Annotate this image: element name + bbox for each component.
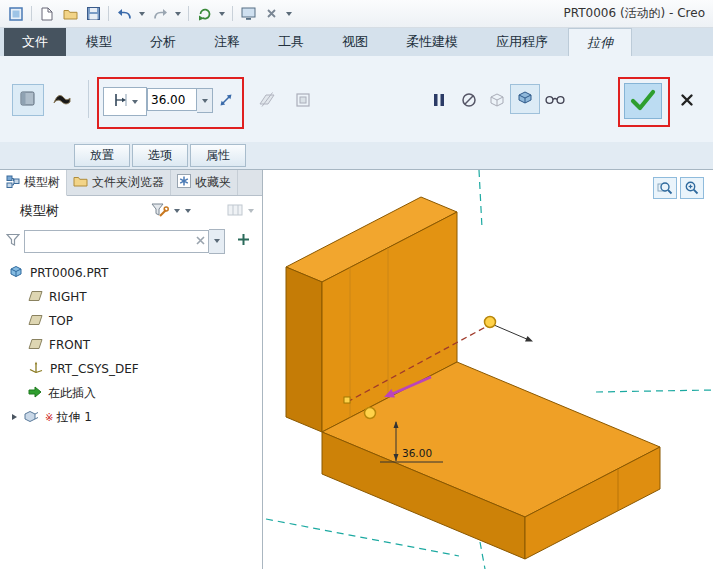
ribbon-tab-bar: 文件 模型 分析 注释 工具 视图 柔性建模 应用程序 拉伸 — [0, 28, 713, 56]
ok-button[interactable] — [624, 83, 662, 119]
tab-tools[interactable]: 工具 — [260, 28, 322, 56]
model-tree: PRT0006.PRT RIGHT TOP — [0, 256, 262, 569]
verify-button[interactable] — [542, 90, 568, 110]
tab-options[interactable]: 选项 — [132, 144, 188, 167]
attached-preview-button[interactable] — [510, 84, 540, 114]
chevron-down-icon[interactable] — [248, 209, 254, 213]
unattached-preview-button[interactable] — [484, 88, 510, 114]
separator — [188, 6, 189, 21]
add-filter-icon[interactable] — [237, 233, 250, 249]
depth-dimension-value[interactable]: 36.00 — [402, 447, 432, 459]
magnifier-plus-icon — [684, 180, 700, 196]
navigator-tab-bar: 模型树 文件夹浏览器 收藏夹 — [0, 170, 262, 196]
search-options-dropdown[interactable] — [209, 229, 225, 254]
tree-item-label: TOP — [49, 314, 73, 328]
tab-model[interactable]: 模型 — [68, 28, 130, 56]
tree-filters-icon[interactable] — [151, 202, 169, 221]
extruded-model[interactable] — [286, 197, 660, 559]
tab-extrude[interactable]: 拉伸 — [568, 28, 632, 56]
tree-item-front-plane[interactable]: FRONT — [0, 333, 262, 357]
redo-chevron-icon[interactable] — [175, 12, 181, 16]
geometry-preview-icon — [517, 90, 533, 108]
tree-item-label: FRONT — [49, 338, 90, 352]
tree-item-label: RIGHT — [49, 290, 87, 304]
solid-icon — [19, 90, 37, 111]
tab-properties[interactable]: 属性 — [190, 144, 246, 167]
wireframe-preview-icon — [488, 92, 506, 111]
filter-funnel-icon[interactable] — [6, 233, 20, 249]
tab-flexible-modeling[interactable]: 柔性建模 — [388, 28, 476, 56]
extrude-feature-icon — [23, 408, 39, 426]
remove-material-icon — [258, 92, 276, 111]
regenerate-icon[interactable] — [196, 6, 212, 22]
separator — [232, 6, 233, 21]
erase-display-icon[interactable] — [263, 6, 279, 22]
folder-icon — [73, 175, 88, 190]
tab-analysis[interactable]: 分析 — [132, 28, 194, 56]
undo-chevron-icon[interactable] — [139, 12, 145, 16]
tree-item-top-plane[interactable]: TOP — [0, 309, 262, 333]
app-icon — [8, 6, 24, 22]
regenerate-chevron-icon[interactable] — [219, 12, 225, 16]
favorites-icon — [177, 174, 191, 191]
depth-value-input[interactable] — [147, 88, 197, 111]
remove-material-button[interactable] — [252, 87, 282, 116]
depth-option-dropdown[interactable] — [103, 87, 147, 116]
tree-search-input[interactable] — [28, 233, 196, 249]
new-file-icon[interactable] — [39, 6, 55, 22]
wall-left-face[interactable] — [286, 267, 322, 432]
datum-plane-icon — [28, 290, 43, 305]
thicken-sketch-button[interactable] — [288, 87, 318, 116]
chevron-down-icon[interactable] — [174, 209, 180, 213]
open-file-icon[interactable] — [62, 6, 78, 22]
window-display-icon[interactable] — [240, 6, 256, 22]
origin-drag-handle[interactable] — [365, 408, 376, 419]
no-preview-button[interactable] — [456, 88, 482, 114]
flip-direction-button[interactable] — [211, 87, 240, 116]
tab-label: 文件夹浏览器 — [92, 174, 164, 191]
tree-item-insert-here[interactable]: 在此插入 — [0, 381, 262, 405]
tree-item-label: PRT0006.PRT — [30, 266, 108, 280]
graphics-viewport[interactable]: 36.00 — [263, 170, 713, 569]
tree-item-extrude-1[interactable]: ※ 拉伸 1 — [0, 405, 262, 429]
depth-drag-handle[interactable] — [485, 317, 496, 328]
flip-arrows-icon — [218, 92, 234, 111]
coordinate-system-icon — [28, 361, 44, 378]
tab-placement[interactable]: 放置 — [74, 144, 130, 167]
tab-annotate[interactable]: 注释 — [196, 28, 258, 56]
checkmark-icon — [629, 88, 657, 115]
tree-item-right-plane[interactable]: RIGHT — [0, 285, 262, 309]
tab-model-tree[interactable]: 模型树 — [0, 170, 67, 196]
tab-folder-browser[interactable]: 文件夹浏览器 — [67, 170, 171, 195]
zoom-window-button[interactable] — [653, 177, 677, 199]
redo-icon[interactable] — [152, 6, 168, 22]
model-tree-title: 模型树 — [20, 202, 59, 220]
save-icon[interactable] — [85, 6, 101, 22]
tab-favorites[interactable]: 收藏夹 — [171, 170, 238, 195]
navigator-panel: 模型树 文件夹浏览器 收藏夹 模型树 — [0, 170, 263, 569]
axis-end-handle[interactable] — [344, 397, 350, 403]
magnifier-icon — [657, 180, 673, 196]
expander-icon[interactable] — [12, 414, 17, 420]
model-tree-icon — [6, 175, 20, 191]
tab-view[interactable]: 视图 — [324, 28, 386, 56]
clear-search-icon[interactable] — [196, 234, 205, 248]
toolbar-options-chevron-icon[interactable] — [286, 12, 292, 16]
chevron-down-icon[interactable] — [185, 209, 191, 213]
tree-columns-icon[interactable] — [227, 203, 243, 220]
tab-applications[interactable]: 应用程序 — [478, 28, 566, 56]
surface-extrude-button[interactable] — [48, 86, 76, 114]
zoom-in-button[interactable] — [680, 177, 704, 199]
surface-icon — [52, 91, 72, 110]
graphics-area: 36.00 — [263, 170, 713, 569]
datum-plane-icon — [28, 338, 43, 353]
tree-item-csys[interactable]: PRT_CSYS_DEF — [0, 357, 262, 381]
chevron-down-icon — [214, 239, 220, 243]
pause-button[interactable] — [428, 89, 450, 113]
datum-plane-icon — [28, 314, 43, 329]
tab-file[interactable]: 文件 — [4, 28, 66, 56]
cancel-button[interactable] — [676, 90, 698, 112]
tree-item-part[interactable]: PRT0006.PRT — [0, 261, 262, 285]
undo-icon[interactable] — [116, 6, 132, 22]
solid-extrude-button[interactable] — [12, 84, 44, 116]
